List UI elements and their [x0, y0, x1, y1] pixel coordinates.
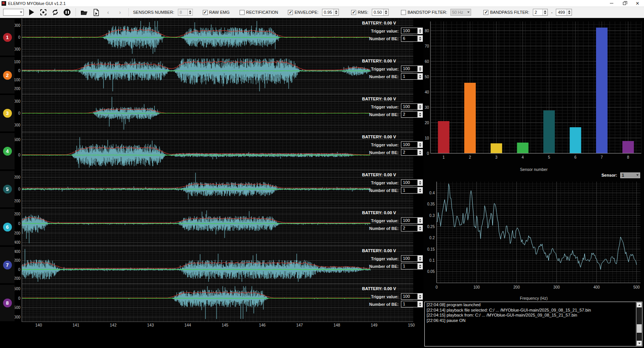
spin-buttons[interactable] — [417, 263, 422, 269]
trigger-value[interactable]: 100 — [401, 66, 417, 72]
be-value[interactable]: 2 — [401, 225, 417, 231]
spin-buttons[interactable] — [417, 142, 422, 148]
checkbox-check-icon[interactable]: ✓ — [203, 10, 208, 15]
spin-buttons[interactable] — [567, 9, 572, 15]
rms-checkbox[interactable]: ✓ RMS: — [351, 10, 368, 15]
be-spinbox[interactable]: 1 — [401, 263, 423, 269]
log-scrollbar[interactable] — [636, 302, 642, 346]
device-select[interactable] — [3, 9, 24, 16]
sensors-number-value[interactable]: 8 — [178, 9, 187, 15]
trigger-value[interactable]: 100 — [401, 28, 417, 34]
sensor-select[interactable]: 1 — [620, 172, 640, 178]
spin-buttons[interactable] — [417, 149, 422, 155]
raw-emg-checkbox[interactable]: ✓ RAW EMG — [203, 10, 230, 15]
be-value[interactable]: 1 — [401, 187, 417, 193]
be-value[interactable]: 1 — [401, 301, 417, 307]
restore-button[interactable] — [618, 0, 631, 7]
log-box[interactable]: [22:04:08] program launched[22:04:14] pl… — [424, 302, 642, 346]
sensor-activity-chart[interactable]: 1020304050607080123456780 Sensor number — [424, 18, 644, 172]
be-value[interactable]: 1 — [401, 74, 417, 79]
spin-buttons[interactable] — [417, 104, 422, 110]
bandstop-checkbox[interactable]: BANDSTOP FILTER: — [401, 10, 447, 15]
spin-buttons[interactable] — [417, 180, 422, 185]
bar-chart-plot[interactable]: 1020304050607080123456780 — [424, 18, 644, 166]
spin-buttons[interactable] — [417, 36, 422, 41]
trigger-value-spinbox[interactable]: 100 — [401, 179, 423, 186]
checkbox-check-icon[interactable]: ✓ — [288, 10, 293, 15]
be-spinbox[interactable]: 1 — [401, 301, 423, 307]
trigger-value-label: Trigger value: — [371, 143, 399, 147]
checkbox-check-icon[interactable] — [240, 10, 245, 15]
time-tick-label: 143 — [147, 323, 154, 327]
spin-buttons[interactable] — [334, 9, 338, 15]
spin-buttons[interactable] — [417, 225, 422, 231]
envelope-spinbox[interactable]: 0.95 — [322, 9, 339, 16]
spin-buttons[interactable] — [417, 74, 422, 79]
trigger-value-spinbox[interactable]: 100 — [401, 293, 423, 300]
spin-buttons[interactable] — [417, 294, 422, 299]
bandpass-high-spinbox[interactable]: 499 — [556, 9, 572, 16]
scroll-up-button[interactable] — [637, 302, 642, 307]
sensors-number-spinbox[interactable]: 8 — [178, 9, 193, 16]
close-button[interactable]: ✕ — [631, 0, 644, 7]
trigger-value[interactable]: 100 — [401, 142, 417, 148]
be-spinbox[interactable]: 2 — [401, 111, 423, 118]
bandpass-checkbox[interactable]: ✓ BANDPASS FILTER: — [483, 10, 529, 15]
envelope-value[interactable]: 0.95 — [322, 9, 334, 15]
step-forward-button[interactable]: › — [116, 8, 124, 16]
be-spinbox[interactable]: 6 — [401, 35, 423, 42]
spin-buttons[interactable] — [417, 28, 422, 34]
checkbox-check-icon[interactable]: ✓ — [483, 10, 488, 15]
scrollbar-thumb[interactable] — [637, 324, 642, 333]
rms-value[interactable]: 0.50 — [372, 9, 383, 15]
trigger-value-spinbox[interactable]: 100 — [401, 66, 423, 72]
bandpass-low-spinbox[interactable]: 2 — [533, 9, 548, 16]
bandpass-low-value[interactable]: 2 — [533, 9, 542, 15]
checkbox-check-icon[interactable] — [401, 10, 406, 15]
be-value[interactable]: 2 — [401, 149, 417, 155]
play-button[interactable] — [27, 8, 36, 16]
trigger-value[interactable]: 100 — [401, 294, 417, 299]
checkbox-check-icon[interactable]: ✓ — [351, 10, 356, 15]
envelope-checkbox[interactable]: ✓ ENVELOPE: — [288, 10, 318, 15]
minimize-button[interactable] — [605, 0, 618, 7]
refresh-button[interactable] — [51, 8, 59, 16]
trigger-value-spinbox[interactable]: 100 — [401, 255, 423, 262]
pause-button[interactable] — [63, 8, 71, 16]
spin-buttons[interactable] — [417, 112, 422, 117]
be-spinbox[interactable]: 2 — [401, 149, 423, 156]
open-file-button[interactable] — [80, 8, 89, 16]
spectrum-plot[interactable]: 01002003004005000.050.10.150.20.250.30.3… — [424, 179, 644, 294]
trigger-value-spinbox[interactable]: 100 — [401, 103, 423, 110]
trigger-value-spinbox[interactable]: 100 — [401, 141, 423, 148]
spin-buttons[interactable] — [417, 218, 422, 223]
be-spinbox[interactable]: 2 — [401, 225, 423, 231]
rectification-checkbox[interactable]: RECTIFICATION — [240, 10, 278, 15]
spin-buttons[interactable] — [383, 9, 388, 15]
be-spinbox[interactable]: 1 — [401, 187, 423, 194]
trigger-value[interactable]: 100 — [401, 180, 417, 185]
spin-buttons[interactable] — [417, 301, 422, 307]
step-back-button[interactable]: ‹ — [104, 8, 112, 16]
trigger-value-label: Trigger value: — [371, 181, 399, 185]
scroll-down-button[interactable] — [637, 341, 642, 346]
trigger-value[interactable]: 100 — [401, 104, 417, 110]
trigger-value[interactable]: 100 — [401, 218, 417, 223]
bandstop-freq-select[interactable]: 50 Hz — [450, 9, 471, 16]
spin-buttons[interactable] — [417, 66, 422, 72]
be-value[interactable]: 6 — [401, 36, 417, 41]
spin-buttons[interactable] — [417, 256, 422, 261]
trigger-value-spinbox[interactable]: 100 — [401, 28, 423, 34]
spin-buttons[interactable] — [417, 187, 422, 193]
playback-file-button[interactable] — [92, 8, 100, 16]
be-spinbox[interactable]: 1 — [401, 73, 423, 80]
rms-spinbox[interactable]: 0.50 — [372, 9, 389, 16]
record-button[interactable] — [39, 8, 48, 16]
spin-buttons[interactable] — [542, 9, 547, 15]
trigger-value[interactable]: 100 — [401, 256, 417, 261]
be-value[interactable]: 1 — [401, 263, 417, 269]
be-value[interactable]: 2 — [401, 112, 417, 117]
trigger-value-spinbox[interactable]: 100 — [401, 217, 423, 224]
spin-buttons[interactable] — [187, 9, 192, 15]
bandpass-high-value[interactable]: 499 — [556, 9, 566, 15]
